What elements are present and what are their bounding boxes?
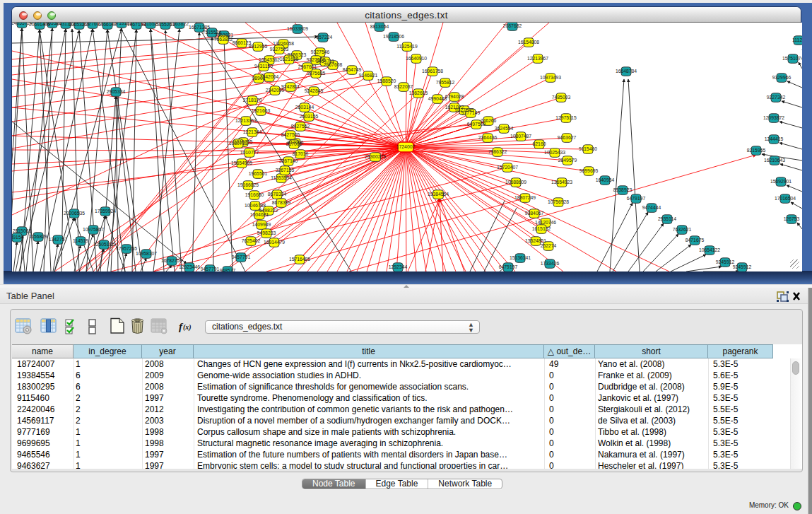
- svg-text:17957255: 17957255: [116, 246, 137, 251]
- svg-text:3267140: 3267140: [279, 158, 298, 163]
- svg-text:3267155: 3267155: [276, 168, 295, 173]
- svg-text:6794028: 6794028: [445, 94, 464, 99]
- svg-text:17359924: 17359924: [95, 209, 116, 214]
- svg-text:1342757: 1342757: [49, 237, 68, 242]
- svg-text:1292344: 1292344: [389, 264, 408, 269]
- svg-text:1621638: 1621638: [280, 57, 299, 62]
- svg-text:9327503: 9327503: [270, 47, 289, 52]
- svg-text:13654923: 13654923: [551, 180, 572, 185]
- svg-text:2967601: 2967601: [298, 64, 317, 69]
- svg-text:2364436: 2364436: [478, 135, 498, 140]
- svg-text:11325419: 11325419: [396, 44, 418, 49]
- svg-text:15720407: 15720407: [497, 165, 518, 170]
- svg-text:16154808: 16154808: [518, 40, 539, 45]
- svg-text:9457791: 9457791: [232, 255, 251, 259]
- svg-text:7485003: 7485003: [552, 95, 571, 100]
- svg-text:10807487: 10807487: [510, 134, 531, 139]
- svg-text:126753: 126753: [784, 216, 800, 221]
- svg-text:817006: 817006: [286, 141, 302, 146]
- svg-text:9327546: 9327546: [311, 49, 330, 54]
- svg-text:1010777: 1010777: [240, 150, 259, 155]
- svg-text:8678399: 8678399: [272, 200, 291, 205]
- svg-text:13226058: 13226058: [273, 41, 294, 46]
- svg-text:9699695: 9699695: [579, 168, 599, 173]
- svg-text:1615132: 1615132: [532, 226, 551, 231]
- svg-text:1221344: 1221344: [243, 129, 262, 134]
- svg-text:1156829: 1156829: [29, 234, 47, 239]
- svg-text:10756928: 10756928: [548, 199, 569, 204]
- svg-text:2849579: 2849579: [558, 158, 577, 163]
- svg-text:1163822: 1163822: [170, 23, 189, 26]
- svg-text:9227342: 9227342: [767, 95, 786, 100]
- svg-text:252274: 252274: [541, 243, 557, 248]
- svg-text:5498233: 5498233: [257, 230, 276, 235]
- svg-text:15716485: 15716485: [289, 257, 310, 262]
- svg-text:12093872: 12093872: [763, 115, 784, 120]
- svg-text:817016: 817016: [293, 151, 309, 156]
- svg-text:9115460: 9115460: [579, 146, 597, 151]
- svg-text:948577: 948577: [220, 268, 236, 271]
- svg-text:(x): (x): [183, 323, 192, 332]
- svg-text:16648784: 16648784: [616, 69, 637, 74]
- svg-text:8912955: 8912955: [249, 44, 268, 49]
- svg-text:19166825: 19166825: [237, 182, 259, 187]
- svg-text:1916680: 1916680: [245, 192, 264, 197]
- svg-text:10975867: 10975867: [83, 227, 104, 232]
- svg-text:17016504: 17016504: [775, 196, 796, 201]
- svg-text:2905334: 2905334: [107, 89, 126, 94]
- svg-text:98901: 98901: [252, 76, 266, 81]
- svg-text:12505135: 12505135: [93, 242, 114, 247]
- svg-text:19384554: 19384554: [428, 192, 449, 197]
- svg-text:16961758: 16961758: [422, 69, 443, 74]
- svg-text:2815061: 2815061: [13, 228, 32, 233]
- svg-text:9245912: 9245912: [716, 259, 735, 264]
- svg-text:8938923: 8938923: [613, 187, 632, 192]
- svg-text:10973493: 10973493: [540, 75, 561, 80]
- svg-text:746266: 746266: [481, 118, 497, 123]
- svg-text:7663822: 7663822: [214, 37, 233, 42]
- svg-text:1588520: 1588520: [377, 78, 396, 83]
- svg-text:16914479: 16914479: [264, 240, 285, 245]
- svg-text:1724007: 1724007: [396, 144, 416, 149]
- svg-text:114519: 114519: [73, 238, 88, 243]
- svg-text:2718170: 2718170: [243, 98, 262, 103]
- svg-text:3875685: 3875685: [307, 71, 326, 76]
- svg-text:25300275: 25300275: [365, 154, 386, 159]
- svg-text:9245912: 9245912: [733, 264, 752, 269]
- svg-text:2935114: 2935114: [658, 216, 676, 221]
- svg-text:9457791: 9457791: [201, 267, 220, 271]
- svg-text:6479197: 6479197: [499, 264, 518, 269]
- svg-text:10025433: 10025433: [544, 150, 565, 155]
- svg-text:1921663: 1921663: [252, 108, 271, 113]
- svg-text:10958107: 10958107: [136, 251, 157, 256]
- svg-text:8471675: 8471675: [686, 238, 705, 243]
- svg-text:8678334: 8678334: [268, 192, 287, 197]
- svg-text:16671385: 16671385: [189, 25, 210, 30]
- svg-text:13524851: 13524851: [525, 238, 546, 243]
- svg-text:1640954: 1640954: [596, 177, 615, 182]
- svg-text:62160: 62160: [533, 141, 546, 146]
- svg-text:3624554: 3624554: [495, 126, 514, 131]
- svg-text:8427552: 8427552: [291, 124, 310, 129]
- svg-text:12975115: 12975115: [555, 115, 577, 120]
- svg-text:14120746: 14120746: [535, 220, 556, 225]
- svg-text:10688609: 10688609: [505, 180, 526, 185]
- svg-text:11123: 11123: [792, 37, 802, 42]
- svg-text:8813054: 8813054: [370, 24, 389, 29]
- svg-text:9777149: 9777149: [461, 110, 481, 115]
- svg-text:9146821: 9146821: [359, 73, 378, 78]
- svg-text:18807249: 18807249: [514, 195, 536, 200]
- svg-text:9431150: 9431150: [254, 64, 273, 69]
- svg-text:19654985: 19654985: [231, 160, 252, 165]
- svg-text:7625402: 7625402: [242, 238, 261, 243]
- svg-text:10654122: 10654122: [699, 247, 720, 252]
- svg-text:9329966: 9329966: [772, 75, 792, 80]
- svg-text:12213967: 12213967: [527, 56, 548, 61]
- svg-text:6479197: 6479197: [627, 196, 646, 201]
- svg-text:8322037: 8322037: [394, 84, 413, 89]
- svg-text:1362615: 1362615: [409, 90, 428, 95]
- svg-text:8454749: 8454749: [343, 67, 362, 72]
- svg-text:9463627: 9463627: [558, 135, 577, 140]
- svg-text:7955812: 7955812: [436, 80, 455, 85]
- svg-text:9242811: 9242811: [281, 84, 300, 89]
